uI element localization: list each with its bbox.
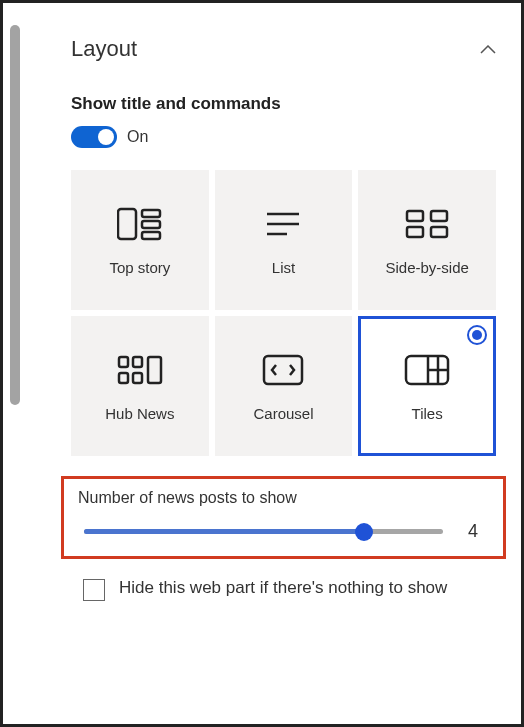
slider-fill xyxy=(84,529,364,534)
svg-rect-3 xyxy=(142,232,160,239)
scrollbar[interactable] xyxy=(10,25,20,405)
layout-option-carousel[interactable]: Carousel xyxy=(215,316,353,456)
layout-panel: Layout Show title and commands On Top st… xyxy=(37,8,516,719)
layout-label: Hub News xyxy=(105,405,174,422)
list-icon xyxy=(265,205,301,243)
section-title: Layout xyxy=(71,36,137,62)
svg-rect-9 xyxy=(407,227,423,237)
hub-news-icon xyxy=(117,351,163,389)
layout-grid: Top story List Side-by-si xyxy=(71,170,496,456)
layout-option-hub-news[interactable]: Hub News xyxy=(71,316,209,456)
svg-rect-12 xyxy=(133,357,142,367)
carousel-icon xyxy=(262,351,304,389)
layout-option-side-by-side[interactable]: Side-by-side xyxy=(358,170,496,310)
posts-count-slider[interactable] xyxy=(84,522,443,542)
svg-rect-10 xyxy=(431,227,447,237)
show-title-toggle[interactable] xyxy=(71,126,117,148)
slider-row: 4 xyxy=(78,521,489,542)
toggle-state: On xyxy=(127,128,148,146)
slider-value: 4 xyxy=(463,521,483,542)
slider-track xyxy=(84,529,443,534)
svg-rect-8 xyxy=(431,211,447,221)
top-story-icon xyxy=(117,205,163,243)
svg-rect-15 xyxy=(148,357,161,383)
layout-label: Tiles xyxy=(412,405,443,422)
layout-option-tiles[interactable]: Tiles xyxy=(358,316,496,456)
checkbox-label: Hide this web part if there's nothing to… xyxy=(119,577,447,600)
layout-label: Carousel xyxy=(253,405,313,422)
section-header: Layout xyxy=(71,36,496,62)
svg-rect-13 xyxy=(119,373,128,383)
svg-rect-14 xyxy=(133,373,142,383)
layout-label: Side-by-side xyxy=(385,259,468,276)
radio-selected-icon xyxy=(467,325,487,345)
chevron-up-icon[interactable] xyxy=(480,39,496,60)
highlight-annotation: Number of news posts to show 4 xyxy=(61,476,506,559)
svg-rect-2 xyxy=(142,221,160,228)
tiles-icon xyxy=(404,351,450,389)
layout-option-top-story[interactable]: Top story xyxy=(71,170,209,310)
svg-rect-0 xyxy=(118,209,136,239)
slider-label: Number of news posts to show xyxy=(78,489,489,507)
checkbox-row: Hide this web part if there's nothing to… xyxy=(71,577,496,601)
svg-rect-7 xyxy=(407,211,423,221)
toggle-row: On xyxy=(71,126,496,148)
layout-option-list[interactable]: List xyxy=(215,170,353,310)
svg-rect-1 xyxy=(142,210,160,217)
slider-thumb xyxy=(355,523,373,541)
svg-rect-11 xyxy=(119,357,128,367)
hide-webpart-checkbox[interactable] xyxy=(83,579,105,601)
toggle-knob xyxy=(98,129,114,145)
toggle-label: Show title and commands xyxy=(71,94,496,114)
layout-label: List xyxy=(272,259,295,276)
layout-label: Top story xyxy=(109,259,170,276)
svg-rect-16 xyxy=(264,356,302,384)
side-by-side-icon xyxy=(405,205,449,243)
